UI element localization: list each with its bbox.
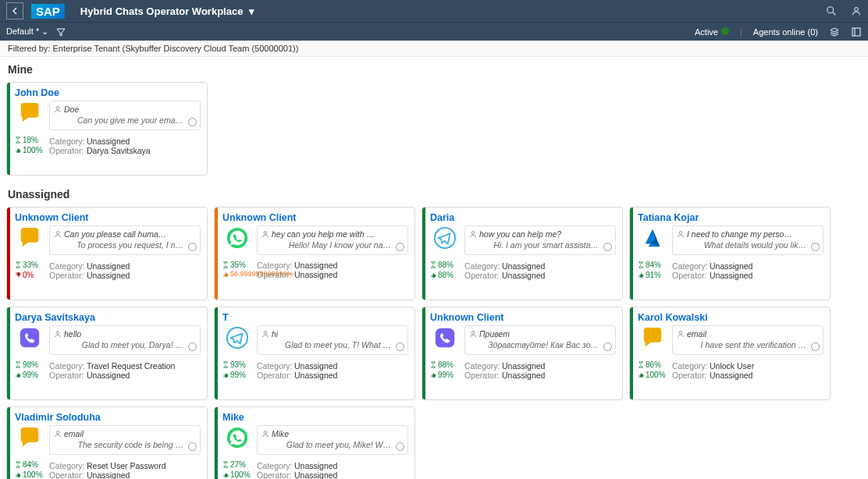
card-stats: 88% 88% <box>430 260 460 280</box>
card-title: Tatiana Kojar <box>638 212 824 223</box>
svg-rect-16 <box>436 328 454 347</box>
operator-value: Unassigned <box>502 371 545 380</box>
card-title: T <box>222 312 408 323</box>
bot-reply: Hello! May I know your na… <box>261 240 404 250</box>
svg-point-11 <box>679 232 682 235</box>
chat-card[interactable]: Unknown Client hey can you help me with … <box>214 207 415 300</box>
svg-point-17 <box>471 332 475 335</box>
rating-stat: 99% <box>222 370 252 380</box>
category-label: Category: <box>464 261 502 271</box>
operator-label: Operator: <box>464 271 502 280</box>
timer-stat: 88% <box>430 260 460 270</box>
user-message: Doe <box>64 105 79 114</box>
chat-card[interactable]: Daria how you can help me? Hi. I am your… <box>422 207 623 300</box>
bot-reply: Can you give me your ema… <box>54 115 196 125</box>
category-value: Unassigned <box>502 261 545 271</box>
subheader: Default * ⌄ Active | Agents online (0) <box>0 22 868 41</box>
message-preview: email I have sent the verification … <box>672 325 824 355</box>
settings-icon[interactable] <box>851 27 862 37</box>
card-title: Unknown Client <box>222 212 408 223</box>
chat-channel-icon <box>17 101 42 126</box>
operator-label: Operator: <box>49 470 87 479</box>
category-label: Category: <box>257 261 294 270</box>
active-status: Active <box>695 27 729 37</box>
variant-selector[interactable]: Default * ⌄ <box>6 27 48 37</box>
search-icon[interactable] <box>826 5 837 16</box>
status-circle-icon <box>188 118 197 126</box>
rating-stat: 100% <box>15 145 44 155</box>
status-circle-icon <box>188 243 197 251</box>
svg-point-19 <box>56 431 59 435</box>
card-title: Karol Kowalski <box>638 312 824 323</box>
sap-logo: SAP <box>31 4 65 19</box>
svg-point-5 <box>56 107 59 110</box>
chat-channel-icon <box>17 425 42 450</box>
user-icon[interactable] <box>851 5 862 16</box>
category-value: Unassigned <box>294 261 337 270</box>
card-stats: 98% 99% <box>15 360 44 380</box>
operator-label: Operator: <box>672 271 710 280</box>
bot-reply: What details would you lik… <box>677 240 819 250</box>
chat-card[interactable]: Tatiana Kojar I need to change my perso…… <box>629 207 831 300</box>
user-message: Привет <box>479 329 510 339</box>
card-stats: 18% 100% <box>15 135 44 155</box>
operator-label: Operator: <box>257 371 294 380</box>
chat-card[interactable]: Mike Mike Glad to meet you, Mike! W… 27%… <box>214 406 415 479</box>
timer-stat: 98% <box>15 360 44 370</box>
chat-card[interactable]: T hi Glad to meet you, T! What … 93% 99%… <box>214 307 415 400</box>
chat-card[interactable]: Karol Kowalski email I have sent the ver… <box>629 307 831 400</box>
svg-point-21 <box>264 431 267 435</box>
chat-card[interactable]: Unknown Client Привет Здравствуйте! Как … <box>422 307 623 400</box>
card-title: John Doe <box>15 87 201 98</box>
rating-stat: 56.999999999999% <box>222 270 252 279</box>
category-label: Category: <box>672 361 710 371</box>
layers-icon[interactable] <box>829 27 840 37</box>
category-value: Unassigned <box>710 261 752 271</box>
timer-stat: 18% <box>15 135 44 145</box>
rating-stat: 100% <box>222 470 252 479</box>
card-title: Unknown Client <box>430 312 616 323</box>
operator-value: Unassigned <box>87 371 130 380</box>
chat-card[interactable]: Darya Savitskaya hello Glad to meet you,… <box>6 307 208 400</box>
card-title: Vladimir Soloduha <box>15 412 201 423</box>
status-circle-icon <box>603 243 612 251</box>
category-value: Unlock User <box>710 361 754 371</box>
chevron-down-icon: ⌄ <box>41 27 48 36</box>
rating-stat: 99% <box>15 370 44 380</box>
chat-channel-icon <box>17 225 42 250</box>
back-button[interactable] <box>6 2 23 20</box>
chevron-down-icon: ▾ <box>249 5 254 17</box>
user-message: Can you please call huma… <box>64 229 166 239</box>
chat-card[interactable]: Vladimir Soloduha email The security cod… <box>6 406 208 479</box>
operator-label: Operator: <box>672 371 710 380</box>
user-message: I need to change my perso… <box>687 229 792 239</box>
category-value: Unassigned <box>502 361 545 371</box>
category-label: Category: <box>257 461 294 470</box>
chat-card[interactable]: Unknown Client Can you please call huma…… <box>6 207 208 300</box>
operator-label: Operator: <box>49 146 87 155</box>
message-preview: email The security code is being … <box>49 425 201 455</box>
user-message: how you can help me? <box>479 229 561 239</box>
category-label: Category: <box>49 461 87 470</box>
filter-icon[interactable] <box>56 27 66 37</box>
viber-channel-icon <box>17 325 42 350</box>
separator: | <box>740 27 742 37</box>
card-title: Mike <box>222 412 408 423</box>
card-stats: 88% 99% <box>430 360 460 380</box>
chat-card[interactable]: John Doe Doe Can you give me your ema… 1… <box>6 82 208 176</box>
svg-point-15 <box>264 332 267 335</box>
bot-reply: Glad to meet you, T! What … <box>261 340 404 349</box>
timer-stat: 27% <box>222 459 252 470</box>
operator-label: Operator: <box>257 470 294 479</box>
card-title: Unknown Client <box>15 212 201 223</box>
bot-reply: To process you request, I n… <box>54 240 196 250</box>
operator-value: Unassigned <box>294 270 337 279</box>
section-unassigned-title: Unassigned <box>0 182 868 204</box>
viber-channel-icon <box>432 325 457 350</box>
card-title: Daria <box>430 212 616 223</box>
message-preview: how you can help me? Hi. I am your smart… <box>464 225 616 255</box>
svg-rect-3 <box>852 28 860 36</box>
timer-stat: 86% <box>638 360 667 370</box>
app-title-dropdown[interactable]: Hybrid Chats Operator Workplace ▾ <box>80 5 826 17</box>
svg-point-10 <box>471 232 475 235</box>
